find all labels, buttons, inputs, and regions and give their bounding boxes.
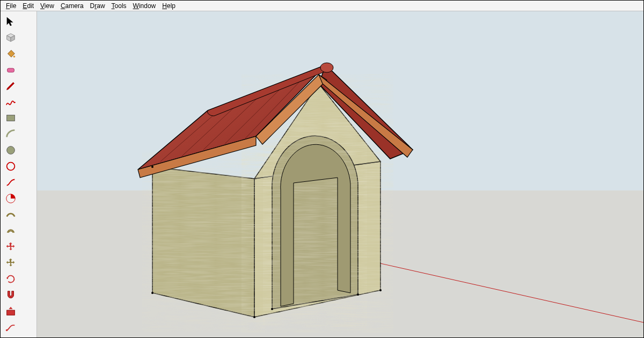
offset-icon: [5, 225, 17, 239]
rotate-icon: [5, 273, 17, 287]
svg-rect-1: [8, 68, 14, 72]
move-tool[interactable]: [3, 240, 18, 255]
menu-view-label: iew: [45, 2, 54, 10]
pie-icon: [5, 193, 17, 207]
cursor-icon: [5, 16, 17, 30]
eraser-tool[interactable]: [3, 63, 18, 78]
menu-window[interactable]: Window: [130, 2, 159, 10]
eraser-icon: [5, 64, 17, 78]
svg-rect-6: [7, 310, 15, 315]
arc-icon: [5, 128, 17, 142]
curve-icon: [5, 177, 17, 190]
menu-view[interactable]: View: [37, 2, 57, 10]
svg-point-7: [6, 329, 8, 332]
svg-point-3: [7, 146, 15, 155]
bucket-icon: [5, 48, 17, 62]
rectangle-icon: [5, 112, 17, 126]
menubar: File Edit View Camera Draw Tools Window …: [1, 1, 643, 11]
rotate-copy-tool[interactable]: [3, 256, 18, 271]
components-tool[interactable]: [3, 31, 18, 46]
svg-point-0: [13, 56, 16, 58]
menu-file-label: ile: [10, 2, 16, 10]
svg-point-33: [379, 289, 382, 291]
menu-help-label: elp: [167, 2, 175, 10]
svg-point-4: [7, 163, 15, 171]
menu-file[interactable]: File: [3, 2, 19, 10]
move-icon: [5, 241, 17, 255]
pencil-icon: [5, 80, 17, 94]
rotate-tool[interactable]: [3, 273, 18, 288]
toolbar: A1: [1, 11, 37, 337]
follow-path-icon: [5, 321, 17, 335]
select-tool[interactable]: [3, 15, 18, 30]
ridge-end: [320, 63, 333, 72]
arc-tool[interactable]: [3, 128, 18, 143]
menu-edit[interactable]: Edit: [19, 2, 37, 10]
line-tool[interactable]: [3, 79, 18, 94]
model-canvas: [37, 11, 643, 337]
scale-tool[interactable]: [3, 289, 18, 304]
svg-point-30: [151, 166, 153, 168]
svg-point-31: [151, 292, 153, 294]
squiggle-icon: [5, 96, 17, 110]
follow-me-tool[interactable]: [3, 208, 18, 223]
polygon-tool[interactable]: [3, 160, 18, 175]
paint-tool[interactable]: [3, 47, 18, 62]
push-pull-tool[interactable]: [3, 305, 18, 320]
menu-window-label: indow: [139, 2, 156, 10]
svg-rect-2: [7, 115, 15, 121]
menu-draw[interactable]: Draw: [87, 2, 108, 10]
viewport-3d[interactable]: [37, 11, 643, 337]
menu-edit-label: dit: [27, 2, 34, 10]
svg-point-34: [357, 293, 359, 296]
svg-point-32: [253, 316, 255, 318]
menu-help[interactable]: Help: [159, 2, 179, 10]
pushpull-icon: [5, 305, 17, 319]
pie-tool[interactable]: [3, 192, 18, 207]
menu-camera-label: amera: [65, 2, 84, 10]
box-icon: [5, 32, 17, 46]
circle-tool[interactable]: [3, 144, 18, 159]
menu-draw-label: aw: [97, 2, 105, 10]
svg-point-35: [271, 308, 273, 310]
curve-tool[interactable]: [3, 176, 18, 191]
main-area: A1: [1, 11, 643, 337]
follow-icon: [5, 209, 17, 223]
menu-tools-label: ools: [115, 2, 127, 10]
freehand-tool[interactable]: [3, 95, 18, 111]
follow-path-tool[interactable]: [3, 321, 18, 336]
rotate-copy-icon: [5, 257, 17, 271]
axis-line-red: [380, 263, 643, 322]
polygon-icon: [5, 160, 17, 174]
offset-tool[interactable]: [3, 224, 18, 239]
wall-side: [152, 167, 254, 317]
magnet-icon: [5, 289, 17, 303]
rectangle-tool[interactable]: [3, 112, 18, 127]
circle-icon: [5, 144, 17, 158]
menu-camera[interactable]: Camera: [57, 2, 87, 10]
menu-tools[interactable]: Tools: [108, 2, 130, 10]
